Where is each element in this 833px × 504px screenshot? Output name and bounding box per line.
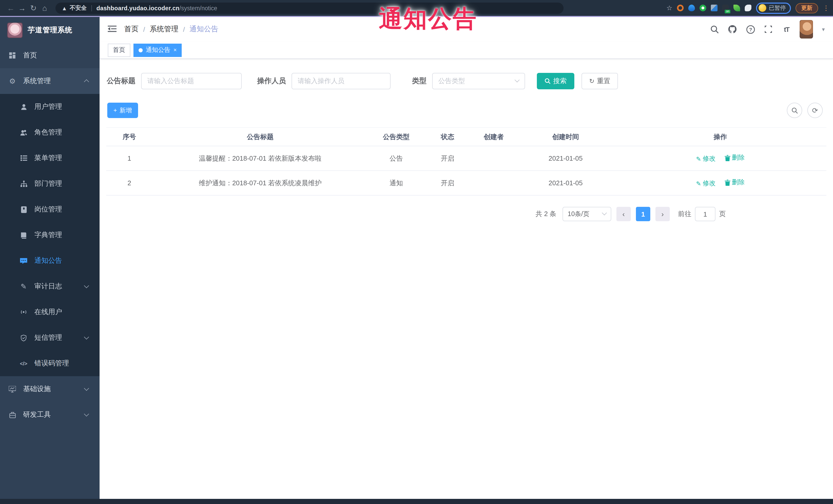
extension-green-circle-icon[interactable]	[699, 5, 706, 11]
forward-icon[interactable]: →	[17, 4, 28, 12]
bookmark-star-icon[interactable]: ☆	[666, 4, 672, 12]
goto-label: 前往	[678, 209, 691, 219]
profile-paused-chip[interactable]: 已暂停	[756, 2, 791, 14]
dashboard-icon	[8, 51, 17, 59]
type-select[interactable]: 公告类型	[432, 73, 525, 89]
tags-view-bar: 首页 通知公告 ×	[100, 42, 833, 59]
tab-notice[interactable]: 通知公告 ×	[134, 43, 182, 57]
sidebar-item-label: 系统管理	[23, 76, 51, 86]
sidebar-item-dept-mgmt[interactable]: 部门管理	[0, 171, 100, 197]
back-icon[interactable]: ←	[5, 4, 17, 12]
fullscreen-icon[interactable]	[764, 25, 773, 34]
reload-icon[interactable]: ↻	[28, 3, 39, 13]
user-caret-icon[interactable]: ▾	[822, 26, 825, 32]
refresh-icon: ↻	[589, 77, 594, 85]
sidebar-item-label: 角色管理	[34, 128, 62, 137]
sidebar-item-notice[interactable]: 通知公告	[0, 248, 100, 273]
edit-link[interactable]: ✎修改	[696, 154, 715, 163]
page-size-select[interactable]: 10条/页	[563, 207, 611, 221]
search-button[interactable]: 搜索	[537, 73, 574, 89]
extension-blue-drop-icon[interactable]	[688, 5, 695, 11]
menu-list-icon	[19, 154, 28, 162]
sidebar-item-sms-mgmt[interactable]: 短信管理	[0, 325, 100, 351]
cell-creator	[471, 171, 517, 195]
page-number-1[interactable]: 1	[636, 207, 650, 221]
sidebar-item-role-mgmt[interactable]: 角色管理	[0, 120, 100, 145]
sidebar-item-label: 首页	[23, 51, 37, 60]
sidebar-item-dict-mgmt[interactable]: 字典管理	[0, 222, 100, 248]
goto-page-input[interactable]: 1	[695, 207, 715, 221]
sidebar-item-audit-log[interactable]: ✎ 审计日志	[0, 273, 100, 299]
next-page-button[interactable]: ›	[656, 207, 670, 221]
cell-status: 开启	[425, 146, 471, 171]
delete-link[interactable]: 删除	[725, 153, 745, 162]
pagination-total: 共 2 条	[536, 209, 556, 219]
breadcrumb-separator: /	[143, 25, 145, 33]
edit-link[interactable]: ✎修改	[696, 179, 715, 188]
extension-puzzle-icon[interactable]	[745, 5, 752, 11]
search-icon[interactable]	[710, 25, 719, 34]
annotation-overlay-text: 通知公告	[379, 3, 477, 35]
col-actions: 操作	[614, 127, 826, 146]
sidebar-item-infrastructure[interactable]: 基础设施	[0, 376, 100, 402]
add-button-label: 新增	[120, 106, 132, 115]
url-path: /system/notice	[180, 5, 217, 11]
extension-orange-ring-icon[interactable]	[677, 5, 684, 11]
sidebar-item-label: 短信管理	[34, 333, 62, 342]
tab-home[interactable]: 首页	[108, 43, 130, 57]
sidebar-logo-row[interactable]: 芋道管理系统	[0, 17, 100, 43]
cell-status: 开启	[425, 171, 471, 195]
delete-link[interactable]: 删除	[725, 178, 745, 187]
sms-icon	[19, 334, 28, 342]
extension-leaf-icon[interactable]	[733, 5, 740, 11]
user-avatar[interactable]	[800, 20, 813, 39]
sidebar-item-label: 字典管理	[34, 231, 62, 240]
sidebar-item-post-mgmt[interactable]: 岗位管理	[0, 197, 100, 222]
error-code-icon: </>	[19, 359, 28, 367]
github-icon[interactable]	[728, 25, 737, 34]
sidebar-item-menu-mgmt[interactable]: 菜单管理	[0, 145, 100, 171]
breadcrumb-home[interactable]: 首页	[124, 25, 139, 34]
prev-page-button[interactable]: ‹	[616, 207, 631, 221]
extension-on-badge-icon[interactable]	[722, 5, 729, 11]
help-icon[interactable]: ?	[746, 25, 755, 34]
col-created: 创建时间	[517, 127, 614, 146]
sidebar-item-dev-tools[interactable]: 研发工具	[0, 402, 100, 428]
add-button[interactable]: + 新增	[107, 103, 138, 118]
sidebar-item-error-code[interactable]: </> 错误码管理	[0, 351, 100, 376]
update-button[interactable]: 更新	[795, 3, 818, 13]
breadcrumb-system[interactable]: 系统管理	[150, 25, 178, 34]
sidebar-item-label: 部门管理	[34, 179, 62, 188]
not-secure-warning-icon: ▲	[62, 5, 67, 11]
operator-input[interactable]: 请输入操作人员	[291, 73, 390, 89]
reset-button[interactable]: ↻ 重置	[581, 73, 618, 89]
infrastructure-icon	[8, 385, 17, 393]
sidebar-item-home[interactable]: 首页	[0, 43, 100, 68]
url-bar[interactable]: ▲ 不安全 dashboard.yudao.iocoder.cn /system…	[55, 2, 564, 14]
pagination: 共 2 条 10条/页 ‹ 1 › 前往 1 页	[106, 207, 726, 221]
sidebar-item-label: 错误码管理	[34, 359, 69, 368]
logo-image	[7, 23, 23, 38]
sidebar-item-label: 研发工具	[23, 410, 51, 419]
sidebar-item-user-mgmt[interactable]: 用户管理	[0, 94, 100, 120]
sidebar-menu: 首页 ⚙ 系统管理 用户管理 角色管理 菜单管理	[0, 43, 100, 504]
toggle-search-button[interactable]	[787, 103, 802, 118]
chevron-up-icon	[84, 79, 89, 85]
edit-link-label: 修改	[703, 154, 715, 163]
screen: ← → ↻ ⌂ ▲ 不安全 dashboard.yudao.iocoder.cn…	[0, 0, 833, 504]
font-size-icon[interactable]: tT	[782, 25, 791, 34]
notice-title-input[interactable]: 请输入公告标题	[141, 73, 242, 89]
sidebar-collapse-icon[interactable]	[108, 25, 117, 33]
sidebar-item-online-users[interactable]: 在线用户	[0, 299, 100, 325]
cell-actions: ✎修改 删除	[614, 171, 826, 195]
table-row: 1 温馨提醒：2018-07-01 若依新版本发布啦 公告 开启 2021-01…	[106, 146, 826, 171]
browser-menu-icon[interactable]: ⋮	[823, 4, 828, 12]
home-icon[interactable]: ⌂	[39, 4, 50, 12]
cell-type: 通知	[368, 171, 425, 195]
sidebar-item-system-mgmt[interactable]: ⚙ 系统管理	[0, 68, 100, 94]
table-header-row: 序号 公告标题 公告类型 状态 创建者 创建时间 操作	[106, 127, 826, 146]
refresh-table-button[interactable]: ⟳	[807, 103, 823, 118]
close-icon[interactable]: ×	[173, 47, 177, 53]
extension-gem-icon[interactable]	[711, 5, 717, 11]
security-label: 不安全	[70, 4, 87, 12]
